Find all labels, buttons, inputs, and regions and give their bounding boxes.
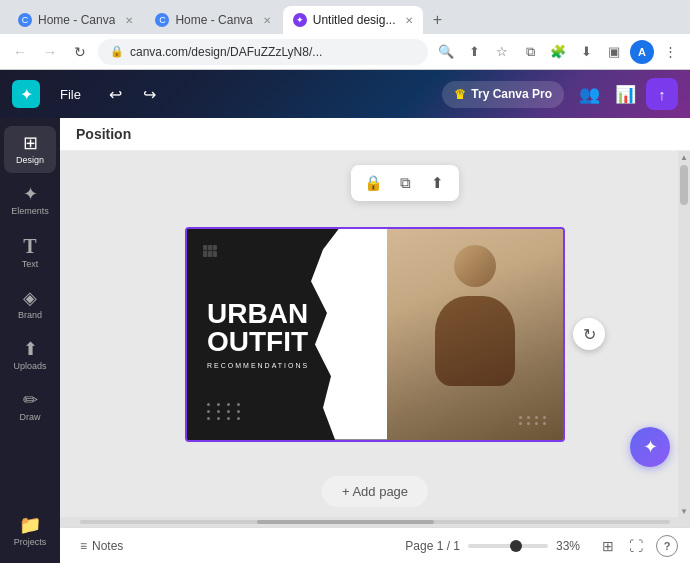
browser-chrome: C Home - Canva ✕ C Home - Canva ✕ ✦ Unti… bbox=[0, 0, 690, 70]
sidebar-label-brand: Brand bbox=[18, 310, 42, 320]
text-icon: T bbox=[23, 236, 36, 256]
share-button[interactable]: ↑ bbox=[646, 78, 678, 110]
search-icon[interactable]: 🔍 bbox=[434, 40, 458, 64]
horizontal-scrollbar[interactable] bbox=[60, 517, 690, 527]
add-page-area: + Add page bbox=[322, 476, 428, 507]
title-line1: URBAN bbox=[207, 298, 308, 329]
chart-icon-button[interactable]: 📊 bbox=[610, 79, 640, 109]
sidebar-label-design: Design bbox=[16, 155, 44, 165]
tab-2-favicon: C bbox=[155, 13, 169, 27]
address-text: canva.com/design/DAFuZZzLyN8/... bbox=[130, 45, 322, 59]
sidebar-label-draw: Draw bbox=[19, 412, 40, 422]
canvas-title: URBAN OUTFIT bbox=[207, 300, 367, 356]
window-icon[interactable]: ▣ bbox=[602, 40, 626, 64]
tab-1-close[interactable]: ✕ bbox=[125, 15, 133, 26]
view-icons: ⊞ ⛶ bbox=[596, 534, 648, 558]
workspace: ⊞ Design ✦ Elements T Text ◈ Brand ⬆ Upl… bbox=[0, 118, 690, 563]
canvas-area[interactable]: 🔒 ⧉ ⬆ URBAN bbox=[60, 151, 690, 517]
sidebar-item-projects[interactable]: 📁 Projects bbox=[4, 508, 56, 555]
expand-button[interactable]: ⛶ bbox=[624, 534, 648, 558]
forward-button[interactable]: → bbox=[38, 40, 62, 64]
new-tab-button[interactable]: + bbox=[425, 8, 449, 32]
tab-3[interactable]: ✦ Untitled desig... ✕ bbox=[283, 6, 424, 34]
zoom-slider[interactable] bbox=[468, 544, 548, 548]
sidebar-item-uploads[interactable]: ⬆ Uploads bbox=[4, 332, 56, 379]
scroll-thumb[interactable] bbox=[680, 165, 688, 205]
canva-toolbar: ✦ File ↩ ↪ ♛ Try Canva Pro 👥 📊 ↑ bbox=[0, 70, 690, 118]
dots-pattern bbox=[207, 403, 243, 420]
notes-icon: ≡ bbox=[80, 539, 87, 553]
canvas-right bbox=[387, 229, 563, 440]
zoom-thumb[interactable] bbox=[510, 540, 522, 552]
download-icon[interactable]: ⬇ bbox=[574, 40, 598, 64]
sidebar-item-draw[interactable]: ✏ Draw bbox=[4, 383, 56, 430]
tab-3-close[interactable]: ✕ bbox=[405, 15, 413, 26]
tab-2[interactable]: C Home - Canva ✕ bbox=[145, 6, 280, 34]
canvas-subtitle: RECOMMENDATIONS bbox=[207, 362, 367, 369]
scroll-down-arrow[interactable]: ▼ bbox=[678, 505, 690, 517]
sidebar-item-text[interactable]: T Text bbox=[4, 228, 56, 277]
sidebar-label-uploads: Uploads bbox=[13, 361, 46, 371]
sidebar: ⊞ Design ✦ Elements T Text ◈ Brand ⬆ Upl… bbox=[0, 118, 60, 563]
lock-button[interactable]: 🔒 bbox=[359, 169, 387, 197]
file-menu-button[interactable]: File bbox=[50, 83, 91, 106]
puzzle-icon[interactable]: 🧩 bbox=[546, 40, 570, 64]
design-icon: ⊞ bbox=[23, 134, 38, 152]
zoom-slider-area: 33% bbox=[468, 539, 588, 553]
extensions-icon[interactable]: ⧉ bbox=[518, 40, 542, 64]
h-scroll-thumb[interactable] bbox=[257, 520, 434, 524]
zoom-label: 33% bbox=[556, 539, 588, 553]
add-page-button[interactable]: + Add page bbox=[322, 476, 428, 507]
position-header: Position bbox=[60, 118, 690, 151]
undo-button[interactable]: ↩ bbox=[101, 79, 131, 109]
try-pro-label: Try Canva Pro bbox=[471, 87, 552, 101]
magic-button[interactable]: ✦ bbox=[630, 427, 670, 467]
projects-icon: 📁 bbox=[19, 516, 41, 534]
account-icon[interactable]: A bbox=[630, 40, 654, 64]
h-scroll-track bbox=[80, 520, 670, 524]
bookmark-icon[interactable]: ☆ bbox=[490, 40, 514, 64]
sidebar-item-elements[interactable]: ✦ Elements bbox=[4, 177, 56, 224]
tab-bar: C Home - Canva ✕ C Home - Canva ✕ ✦ Unti… bbox=[0, 0, 690, 34]
undo-redo-group: ↩ ↪ bbox=[101, 79, 165, 109]
vertical-scrollbar[interactable]: ▲ ▼ bbox=[678, 151, 690, 517]
brand-icon: ◈ bbox=[23, 289, 37, 307]
lock-icon: 🔒 bbox=[110, 45, 124, 58]
person-silhouette bbox=[387, 229, 563, 440]
tab-2-label: Home - Canva bbox=[175, 13, 252, 27]
page-indicator: Page 1 / 1 bbox=[405, 539, 460, 553]
canvas-wrapper: URBAN OUTFIT RECOMMENDATIONS bbox=[185, 227, 565, 442]
grid-view-button[interactable]: ⊞ bbox=[596, 534, 620, 558]
back-button[interactable]: ← bbox=[8, 40, 32, 64]
tab-3-favicon: ✦ bbox=[293, 13, 307, 27]
scroll-up-arrow[interactable]: ▲ bbox=[678, 151, 690, 163]
address-bar: ← → ↻ 🔒 canva.com/design/DAFuZZzLyN8/...… bbox=[0, 34, 690, 70]
design-canvas[interactable]: URBAN OUTFIT RECOMMENDATIONS bbox=[185, 227, 565, 442]
sidebar-item-brand[interactable]: ◈ Brand bbox=[4, 281, 56, 328]
sidebar-item-design[interactable]: ⊞ Design bbox=[4, 126, 56, 173]
help-button[interactable]: ? bbox=[656, 535, 678, 557]
elements-icon: ✦ bbox=[23, 185, 38, 203]
try-pro-button[interactable]: ♛ Try Canva Pro bbox=[442, 81, 564, 108]
sidebar-label-elements: Elements bbox=[11, 206, 49, 216]
redo-button[interactable]: ↪ bbox=[135, 79, 165, 109]
tab-1[interactable]: C Home - Canva ✕ bbox=[8, 6, 143, 34]
tab-2-close[interactable]: ✕ bbox=[263, 15, 271, 26]
refresh-button[interactable]: ↻ bbox=[68, 40, 92, 64]
notes-label: Notes bbox=[92, 539, 123, 553]
tab-1-label: Home - Canva bbox=[38, 13, 115, 27]
menu-icon[interactable]: ⋮ bbox=[658, 40, 682, 64]
tab-1-favicon: C bbox=[18, 13, 32, 27]
people-icon-button[interactable]: 👥 bbox=[574, 79, 604, 109]
canva-app: ✦ File ↩ ↪ ♛ Try Canva Pro 👥 📊 ↑ ⊞ Desig… bbox=[0, 70, 690, 563]
address-input[interactable]: 🔒 canva.com/design/DAFuZZzLyN8/... bbox=[98, 39, 428, 65]
rotate-handle[interactable]: ↻ bbox=[573, 318, 605, 350]
copy-button[interactable]: ⧉ bbox=[391, 169, 419, 197]
notes-button[interactable]: ≡ Notes bbox=[72, 535, 131, 557]
export-button[interactable]: ⬆ bbox=[423, 169, 451, 197]
tab-3-label: Untitled desig... bbox=[313, 13, 396, 27]
toolbar-right: 👥 📊 ↑ bbox=[574, 78, 678, 110]
title-line2: OUTFIT bbox=[207, 326, 308, 357]
share-addr-icon[interactable]: ⬆ bbox=[462, 40, 486, 64]
sidebar-label-text: Text bbox=[22, 259, 39, 269]
